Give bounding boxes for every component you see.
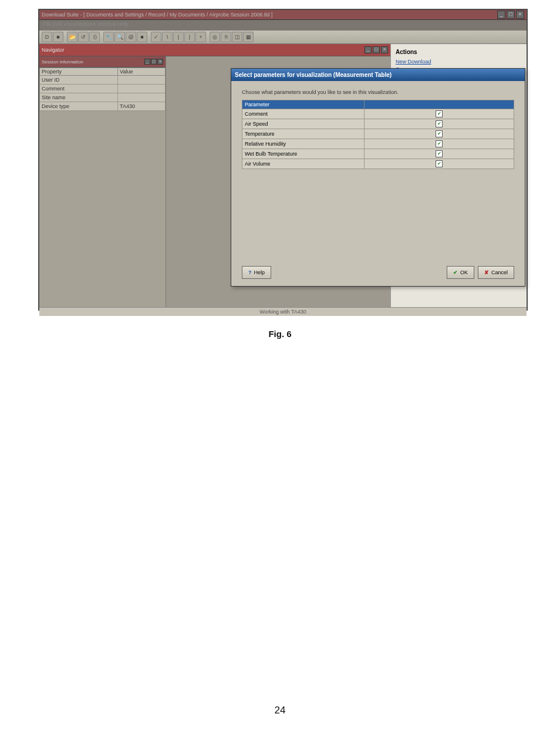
help-label: Help xyxy=(254,270,265,275)
ok-label: OK xyxy=(460,270,468,275)
toolbar-button-13[interactable]: + xyxy=(195,32,206,42)
parameter-name: Air Speed xyxy=(242,119,365,129)
toolbar: D■📂↺⎙🔧🔍@■✓\||+◎⎘◫▦ xyxy=(39,31,527,44)
parameter-name: Comment xyxy=(242,109,365,119)
select-parameters-dialog: Select parameters for visualization (Mea… xyxy=(231,68,525,287)
parameter-row: Wet Bulb Temperature✔ xyxy=(242,149,514,159)
toolbar-button-7[interactable]: @ xyxy=(126,32,136,42)
property-name: Device type xyxy=(40,102,118,111)
parameter-row: Temperature✔ xyxy=(242,129,514,139)
menubar[interactable]: File Edit Visualizations Window Help xyxy=(39,20,527,31)
parameter-checkbox[interactable]: ✔ xyxy=(436,160,443,167)
app-window: Download Suite - [ Documents and Setting… xyxy=(38,9,528,311)
parameter-checkbox[interactable]: ✔ xyxy=(436,120,443,127)
parameter-checkbox[interactable]: ✔ xyxy=(436,110,443,117)
property-name: Site name xyxy=(40,93,118,102)
parameter-name: Temperature xyxy=(242,129,365,139)
property-value xyxy=(118,76,166,85)
panel-res-icon[interactable]: □ xyxy=(151,59,157,65)
property-value: TA430 xyxy=(118,102,166,111)
property-name: Comment xyxy=(40,85,118,93)
toolbar-button-0[interactable]: D xyxy=(42,32,52,42)
toolbar-button-3[interactable]: ↺ xyxy=(78,32,89,42)
prop-col-value: Value xyxy=(118,68,166,76)
dialog-title: Select parameters for visualization (Mea… xyxy=(231,69,525,81)
property-row: Site name xyxy=(40,93,166,102)
toolbar-button-8[interactable]: ■ xyxy=(137,32,147,42)
property-name: User ID xyxy=(40,76,118,85)
maximize-button[interactable]: □ xyxy=(507,11,515,19)
canvas-area: Select parameters for visualization (Mea… xyxy=(166,56,390,307)
parameter-name: Wet Bulb Temperature xyxy=(242,149,365,159)
action-link[interactable]: New Download xyxy=(396,59,522,65)
toolbar-button-4[interactable]: ⎙ xyxy=(89,32,100,42)
help-button[interactable]: ? Help xyxy=(242,266,271,279)
property-value xyxy=(118,93,166,102)
toolbar-button-9[interactable]: ✓ xyxy=(151,32,161,42)
toolbar-button-5[interactable]: 🔧 xyxy=(103,32,114,42)
nav-min-icon[interactable]: _ xyxy=(365,46,372,53)
parameter-checkbox[interactable]: ✔ xyxy=(436,150,443,157)
check-icon: ✔ xyxy=(453,270,458,275)
navigator-header: Navigator _ □ × xyxy=(39,44,390,56)
window-titlebar: Download Suite - [ Documents and Setting… xyxy=(39,10,527,20)
nav-max-icon[interactable]: □ xyxy=(373,46,380,53)
property-row: Comment xyxy=(40,85,166,93)
session-info-panel: Session Information _ □ × Property Value xyxy=(39,56,166,307)
property-value xyxy=(118,85,166,93)
panel-min-icon[interactable]: _ xyxy=(144,59,150,65)
status-text: Working with TA430 xyxy=(259,309,306,315)
ok-button[interactable]: ✔ OK xyxy=(447,266,474,279)
dialog-instruction: Choose what parameters would you like to… xyxy=(242,89,514,95)
parameter-name: Relative Humidity xyxy=(242,139,365,149)
toolbar-button-11[interactable]: | xyxy=(173,32,184,42)
param-check-header xyxy=(365,100,514,109)
parameter-name: Air Volume xyxy=(242,159,365,169)
parameter-row: Air Speed✔ xyxy=(242,119,514,129)
navigator-label: Navigator xyxy=(42,47,65,53)
nav-close-icon[interactable]: × xyxy=(381,46,388,53)
toolbar-button-14[interactable]: ◎ xyxy=(210,32,220,42)
window-controls: _ □ × xyxy=(497,11,524,19)
minimize-button[interactable]: _ xyxy=(497,11,505,19)
toolbar-button-6[interactable]: 🔍 xyxy=(114,32,125,42)
toolbar-button-16[interactable]: ◫ xyxy=(232,32,242,42)
parameter-checkbox[interactable]: ✔ xyxy=(436,130,443,137)
toolbar-button-15[interactable]: ⎘ xyxy=(221,32,231,42)
toolbar-button-2[interactable]: 📂 xyxy=(67,32,77,42)
parameter-row: Relative Humidity✔ xyxy=(242,139,514,149)
page-number: 24 xyxy=(0,705,560,716)
actions-header: Actions xyxy=(396,49,522,55)
figure-caption: Fig. 6 xyxy=(0,329,560,339)
toolbar-button-1[interactable]: ■ xyxy=(53,32,63,42)
cancel-label: Cancel xyxy=(491,270,508,275)
close-button[interactable]: × xyxy=(516,11,524,19)
property-row: Device typeTA430 xyxy=(40,102,166,111)
parameter-checkbox[interactable]: ✔ xyxy=(436,140,443,147)
help-icon: ? xyxy=(248,270,252,275)
param-header: Parameter xyxy=(242,100,365,109)
toolbar-button-10[interactable]: \ xyxy=(162,32,173,42)
properties-table: Property Value User IDCommentSite nameDe… xyxy=(39,68,166,111)
toolbar-button-17[interactable]: ▦ xyxy=(243,32,254,42)
session-info-header: Session Information _ □ × xyxy=(39,56,166,68)
x-icon: ✘ xyxy=(484,270,489,275)
parameters-table: Parameter Comment✔Air Speed✔Temperature✔… xyxy=(242,100,514,169)
property-row: User ID xyxy=(40,76,166,85)
session-info-title: Session Information xyxy=(42,59,83,65)
prop-col-property: Property xyxy=(40,68,118,76)
cancel-button[interactable]: ✘ Cancel xyxy=(478,266,514,279)
panel-close-icon[interactable]: × xyxy=(157,59,163,65)
parameter-row: Air Volume✔ xyxy=(242,159,514,169)
window-title: Download Suite - [ Documents and Setting… xyxy=(42,12,497,18)
status-bar: Working with TA430 xyxy=(39,307,527,316)
toolbar-button-12[interactable]: | xyxy=(184,32,195,42)
parameter-row: Comment✔ xyxy=(242,109,514,119)
